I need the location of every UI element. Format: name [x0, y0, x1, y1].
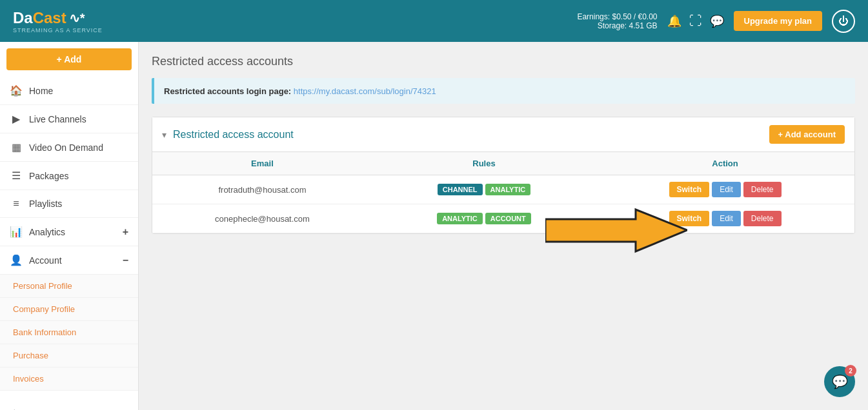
analytics-expand-icon: + [123, 226, 128, 238]
switch-button[interactable]: Switch [669, 182, 710, 197]
sidebar-item-playlists[interactable]: ≡ Playlists [0, 190, 138, 218]
app-header: DaCast ∿* STREAMING AS A SERVICE Earning… [0, 0, 868, 42]
rule-tag-account: ACCOUNT [485, 213, 531, 224]
storage-line: Storage: 4.51 GB [577, 21, 657, 30]
sidebar-item-analytics[interactable]: 📊 Analytics + [0, 218, 138, 246]
earnings-value: $0.50 / €0.00 [612, 12, 657, 21]
sidebar-back-button[interactable]: ← [0, 397, 138, 410]
live-channels-label: Live Channels [29, 114, 128, 124]
vod-icon: ▦ [10, 141, 23, 153]
account-label: Account [29, 255, 123, 266]
analytics-label: Analytics [29, 227, 123, 237]
account-expand-icon: − [123, 255, 128, 266]
rule-tag-analytic: ANALYTIC [437, 213, 483, 224]
power-button[interactable]: ⏻ [832, 10, 855, 33]
table-row: conephecle@housat.comANALYTICACCOUNTSwit… [152, 204, 854, 233]
col-email: Email [152, 152, 372, 175]
bell-icon[interactable]: 🔔 [667, 14, 681, 28]
body-layout: + Add 🏠 Home ▶ Live Channels ▦ Video On … [0, 42, 868, 410]
section-panel: ▾ Restricted access account + Add accoun… [152, 117, 855, 234]
cell-email: frotraduth@housat.com [152, 175, 372, 204]
upgrade-button[interactable]: Upgrade my plan [734, 11, 822, 31]
storage-label: Storage: [598, 21, 627, 30]
logo-area: DaCast ∿* STREAMING AS A SERVICE [13, 9, 103, 34]
packages-label: Packages [29, 171, 128, 181]
account-icon: 👤 [10, 254, 23, 266]
sidebar-item-bank-info[interactable]: Bank Information [0, 321, 138, 344]
cell-rules: CHANNELANALYTIC [372, 175, 596, 204]
table-head: Email Rules Action [152, 152, 854, 175]
home-icon: 🏠 [10, 84, 23, 97]
home-label: Home [29, 86, 128, 96]
rule-tag-analytic: ANALYTIC [485, 184, 531, 195]
header-icons: 🔔 ⛶ 💬 [667, 14, 724, 28]
back-icon: ← [10, 405, 23, 410]
info-link[interactable]: https://my.dacast.com/sub/login/74321 [294, 86, 436, 96]
logo-name: DaCast [13, 9, 66, 27]
section-title: Restricted access account [173, 129, 769, 141]
chat-badge: 2 [845, 365, 856, 376]
add-button[interactable]: + Add [6, 48, 132, 70]
edit-button[interactable]: Edit [712, 182, 741, 197]
sidebar-item-personal-profile[interactable]: Personal Profile [0, 275, 138, 298]
info-box: Restricted accounts login page: https://… [152, 78, 855, 104]
playlists-label: Playlists [29, 199, 128, 209]
sidebar-item-vod[interactable]: ▦ Video On Demand [0, 133, 138, 162]
sidebar-item-purchase[interactable]: Purchase [0, 344, 138, 367]
page-title: Restricted access accounts [152, 55, 855, 68]
col-action: Action [596, 152, 854, 175]
fullscreen-icon[interactable]: ⛶ [689, 14, 702, 28]
sidebar-item-invoices[interactable]: Invoices [0, 367, 138, 391]
add-account-button[interactable]: + Add account [769, 125, 845, 144]
analytics-icon: 📊 [10, 226, 23, 238]
accounts-table: Email Rules Action frotraduth@housat.com… [152, 152, 854, 233]
earnings-label: Earnings: [577, 12, 610, 21]
accounts-tbody: frotraduth@housat.comCHANNELANALYTICSwit… [152, 175, 854, 233]
earnings-line: Earnings: $0.50 / €0.00 [577, 12, 657, 21]
live-channels-icon: ▶ [10, 113, 23, 125]
sidebar-item-home[interactable]: 🏠 Home [0, 77, 138, 105]
sidebar-item-packages[interactable]: ☰ Packages [0, 162, 138, 190]
delete-button[interactable]: Delete [743, 211, 782, 226]
table-row: frotraduth@housat.comCHANNELANALYTICSwit… [152, 175, 854, 204]
playlists-icon: ≡ [10, 198, 23, 210]
sidebar-item-account[interactable]: 👤 Account − [0, 246, 138, 275]
sidebar-item-company-profile[interactable]: Company Profile [0, 298, 138, 321]
logo: DaCast ∿* [13, 9, 103, 27]
table-header-row: Email Rules Action [152, 152, 854, 175]
section-header: ▾ Restricted access account + Add accoun… [152, 117, 854, 152]
cell-email: conephecle@housat.com [152, 204, 372, 233]
info-label: Restricted accounts login page: [164, 86, 291, 96]
sidebar-item-live-channels[interactable]: ▶ Live Channels [0, 105, 138, 133]
edit-button[interactable]: Edit [712, 211, 741, 226]
main-content: Restricted access accounts Restricted ac… [139, 42, 868, 410]
logo-wave-icon: ∿* [69, 10, 85, 26]
chat-icon[interactable]: 💬 [710, 14, 724, 28]
delete-button[interactable]: Delete [743, 182, 782, 197]
sidebar: + Add 🏠 Home ▶ Live Channels ▦ Video On … [0, 42, 139, 410]
packages-icon: ☰ [10, 170, 23, 182]
earnings-info: Earnings: $0.50 / €0.00 Storage: 4.51 GB [577, 12, 657, 30]
cell-action: SwitchEditDelete [596, 204, 854, 233]
info-box-text: Restricted accounts login page: https://… [164, 86, 436, 96]
col-rules: Rules [372, 152, 596, 175]
section-toggle-icon[interactable]: ▾ [162, 130, 167, 140]
chat-bubble-icon: 💬 [832, 374, 848, 389]
storage-value: 4.51 GB [629, 21, 658, 30]
rule-tag-channel: CHANNEL [438, 184, 483, 195]
chat-bubble-button[interactable]: 💬 2 [824, 366, 855, 397]
cell-action: SwitchEditDelete [596, 175, 854, 204]
cell-rules: ANALYTICACCOUNT [372, 204, 596, 233]
logo-subtitle: STREAMING AS A SERVICE [13, 27, 103, 34]
vod-label: Video On Demand [29, 142, 128, 153]
header-right: Earnings: $0.50 / €0.00 Storage: 4.51 GB… [577, 10, 855, 33]
switch-button[interactable]: Switch [669, 211, 710, 226]
